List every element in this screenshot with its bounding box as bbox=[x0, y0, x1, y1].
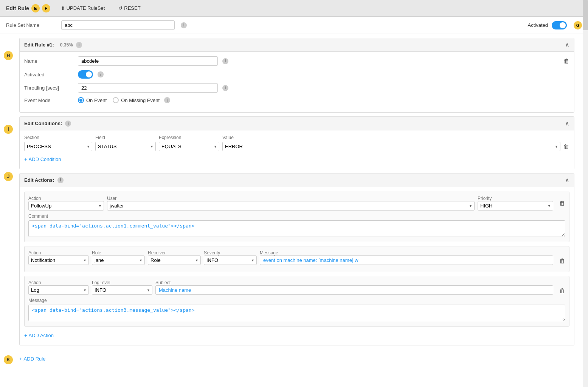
action1-priority-select[interactable]: HIGH bbox=[478, 201, 553, 211]
add-rule-plus-icon: + bbox=[19, 356, 22, 362]
add-condition-button[interactable]: + ADD Condition bbox=[24, 154, 61, 164]
action2-message-input[interactable] bbox=[260, 255, 553, 265]
action1-action-select[interactable]: FollowUp bbox=[28, 201, 104, 211]
action1-delete-icon[interactable]: 🗑 bbox=[559, 200, 565, 207]
rule-name-label: Name bbox=[24, 58, 73, 64]
rule-throttling-label: Throttling [secs] bbox=[24, 85, 73, 91]
rule-percentage: 0.35% bbox=[60, 42, 73, 48]
action1-action-select-wrapper: FollowUp bbox=[28, 201, 104, 211]
action3-action-label: Action bbox=[28, 280, 89, 285]
conditions-info-icon[interactable]: i bbox=[65, 121, 71, 127]
field-select-wrapper: STATUS bbox=[95, 142, 156, 151]
expression-select[interactable]: EQUALS bbox=[159, 142, 219, 151]
edit-actions-collapse-icon[interactable]: ∧ bbox=[565, 176, 569, 184]
action2-receiver-select[interactable]: Role bbox=[148, 255, 201, 265]
section-col-header: Section bbox=[24, 135, 92, 140]
badge-i: I bbox=[4, 125, 13, 134]
action2-receiver-col: Receiver Role bbox=[148, 250, 201, 265]
action3-action-select-wrapper: Log bbox=[28, 285, 89, 295]
reset-button[interactable]: ↺ RESET bbox=[115, 4, 143, 12]
value-select-wrapper: ERROR bbox=[222, 142, 560, 151]
action2-role-select[interactable]: jane bbox=[92, 255, 145, 265]
action3-message-label: Message bbox=[28, 298, 565, 303]
action1-comment-textarea[interactable]: <span data-bind="actions.action1.comment… bbox=[28, 220, 565, 237]
toolbar-title: Edit Rule E F bbox=[6, 4, 50, 12]
toolbar: Edit Rule E F ⬆ UPDATE RuleSet ↺ RESET bbox=[0, 0, 588, 17]
action2-action-label: Action bbox=[28, 250, 89, 255]
rule-delete-icon[interactable]: 🗑 bbox=[563, 58, 569, 65]
activated-toggle-slider bbox=[552, 21, 567, 29]
rule-event-mode-info-icon[interactable]: i bbox=[164, 97, 170, 103]
badge-g: G bbox=[574, 21, 582, 29]
action1-user-col: User jwalter bbox=[107, 196, 475, 211]
action3-delete-icon[interactable]: 🗑 bbox=[559, 288, 565, 294]
ruleset-name-row: Rule Set Name i Activated G bbox=[0, 17, 588, 34]
rule-title-info-icon[interactable]: i bbox=[76, 42, 82, 48]
reset-icon: ↺ bbox=[118, 5, 123, 11]
add-action-plus-icon: + bbox=[24, 333, 27, 338]
ruleset-name-input[interactable] bbox=[61, 20, 175, 30]
action2-severity-select-wrapper: INFO bbox=[204, 255, 257, 265]
badge-e: E bbox=[31, 4, 40, 12]
action3-header-row: Action Log LogLevel INFO bbox=[28, 280, 565, 295]
action-block-2: Action Notification Role jan bbox=[24, 246, 569, 272]
action1-user-select-wrapper: jwalter bbox=[107, 201, 475, 211]
rule-activated-toggle[interactable] bbox=[78, 70, 93, 79]
add-action-button[interactable]: + ADD Action bbox=[24, 330, 54, 341]
value-select[interactable]: ERROR bbox=[222, 142, 560, 151]
action2-severity-select[interactable]: INFO bbox=[204, 255, 257, 265]
toolbar-title-text: Edit Rule bbox=[6, 5, 29, 11]
field-select[interactable]: STATUS bbox=[95, 142, 156, 151]
add-rule-row: + ADD Rule bbox=[13, 349, 580, 368]
action2-receiver-label: Receiver bbox=[148, 250, 201, 255]
action3-action-select[interactable]: Log bbox=[28, 285, 89, 295]
edit-actions-title: Edit Actions: i bbox=[24, 177, 64, 183]
action2-message-col: Message bbox=[260, 250, 553, 265]
edit-conditions-header: Edit Conditions: i ∧ bbox=[20, 117, 574, 130]
action2-action-col: Action Notification bbox=[28, 250, 89, 265]
scrollbar[interactable] bbox=[583, 0, 588, 387]
on-event-radio[interactable]: On Event bbox=[78, 97, 107, 103]
action3-loglevel-label: LogLevel bbox=[92, 280, 152, 285]
add-rule-button[interactable]: + ADD Rule bbox=[19, 354, 45, 364]
rule-activated-label: Activated bbox=[24, 72, 73, 77]
action2-delete-icon[interactable]: 🗑 bbox=[559, 258, 565, 265]
condition-row-1: PROCESS STATUS EQUALS bbox=[24, 142, 569, 151]
action1-priority-select-wrapper: HIGH bbox=[478, 201, 553, 211]
action1-user-select[interactable]: jwalter bbox=[107, 201, 475, 211]
rule-activated-info-icon[interactable]: i bbox=[98, 71, 104, 77]
action3-action-col: Action Log bbox=[28, 280, 89, 295]
scrollbar-thumb[interactable] bbox=[583, 0, 588, 30]
actions-info-icon[interactable]: i bbox=[57, 177, 64, 183]
rule-name-info-icon[interactable]: i bbox=[222, 58, 228, 64]
action2-severity-col: Severity INFO bbox=[204, 250, 257, 265]
action2-action-select[interactable]: Notification bbox=[28, 255, 89, 265]
section-select[interactable]: PROCESS bbox=[24, 142, 92, 151]
edit-actions-header: Edit Actions: i ∧ bbox=[20, 173, 574, 187]
condition-delete-icon[interactable]: 🗑 bbox=[563, 143, 569, 150]
edit-conditions-collapse-icon[interactable]: ∧ bbox=[565, 120, 569, 127]
action2-role-col: Role jane bbox=[92, 250, 145, 265]
action1-comment-label: Comment bbox=[28, 214, 565, 219]
activated-toggle[interactable] bbox=[552, 21, 567, 29]
action3-message-textarea[interactable]: <span data-bind="actions.action3.message… bbox=[28, 305, 565, 321]
action3-subject-col: Subject bbox=[155, 280, 553, 295]
action3-subject-label: Subject bbox=[155, 280, 553, 285]
badge-f: F bbox=[42, 4, 50, 12]
on-missing-event-label: On Missing Event bbox=[121, 98, 160, 103]
edit-rule-collapse-icon[interactable]: ∧ bbox=[565, 41, 569, 48]
action3-loglevel-select[interactable]: INFO bbox=[92, 285, 152, 295]
condition-column-headers: Section Field Expression Value bbox=[24, 135, 569, 140]
on-missing-event-radio[interactable]: On Missing Event bbox=[113, 97, 160, 103]
add-condition-plus-icon: + bbox=[24, 156, 27, 162]
action1-priority-col: Priority HIGH bbox=[478, 196, 553, 211]
action2-severity-label: Severity bbox=[204, 250, 257, 255]
rule-throttling-row: Throttling [secs] i bbox=[24, 83, 569, 93]
ruleset-name-info-icon[interactable]: i bbox=[181, 22, 187, 28]
ruleset-name-label: Rule Set Name bbox=[6, 22, 55, 28]
rule-throttling-info-icon[interactable]: i bbox=[222, 85, 228, 91]
update-ruleset-button[interactable]: ⬆ UPDATE RuleSet bbox=[58, 4, 108, 12]
rule-throttling-input[interactable] bbox=[78, 83, 218, 93]
action3-subject-input[interactable] bbox=[155, 285, 553, 295]
rule-name-input[interactable] bbox=[78, 56, 218, 66]
